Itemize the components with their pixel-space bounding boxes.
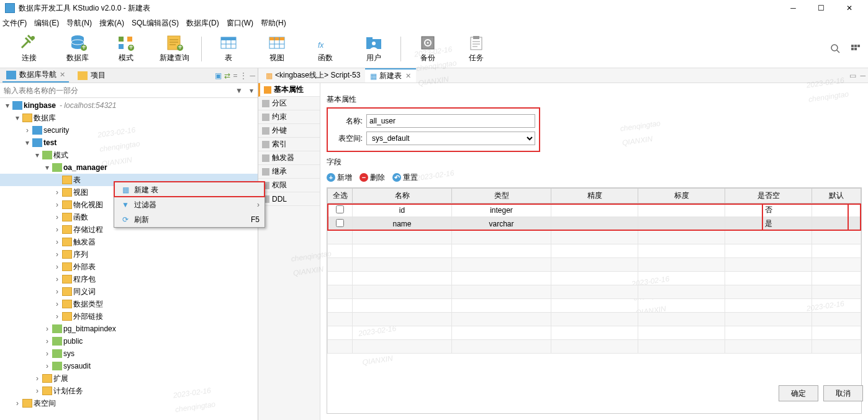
folder-icon xyxy=(62,287,72,296)
nav-min-icon[interactable]: ─ xyxy=(250,71,255,80)
folder-icon xyxy=(62,250,72,259)
menu-window[interactable]: 窗口(W) xyxy=(227,18,253,29)
minimize-button[interactable]: ─ xyxy=(779,0,807,16)
tool-user[interactable]: 用户 xyxy=(350,32,398,66)
folder-icon xyxy=(62,213,72,221)
svg-point-32 xyxy=(427,42,429,44)
table-grid-icon xyxy=(219,34,238,51)
proptab-ddl[interactable]: DDL xyxy=(258,192,320,206)
tool-view[interactable]: 视图 xyxy=(253,32,301,66)
col-default[interactable]: 默认 xyxy=(812,189,861,203)
info-icon xyxy=(264,86,271,94)
row-checkbox[interactable] xyxy=(336,205,344,213)
col-precision[interactable]: 精度 xyxy=(551,189,638,203)
tool-task[interactable]: 任务 xyxy=(452,32,500,66)
tool-connect[interactable]: 连接 xyxy=(5,32,53,66)
schema-icon xyxy=(52,324,62,333)
col-select[interactable]: 全选 xyxy=(328,189,353,203)
menu-edit[interactable]: 编辑(E) xyxy=(34,18,59,29)
table-row[interactable]: idinteger否 xyxy=(328,203,861,217)
delete-field-button[interactable]: −删除 xyxy=(359,172,385,183)
nav-equals-icon[interactable]: = xyxy=(233,71,237,80)
svg-text:+: + xyxy=(178,43,182,51)
maximize-button[interactable]: ☐ xyxy=(807,0,835,16)
svg-text:+: + xyxy=(129,43,133,51)
folder-icon xyxy=(22,114,32,122)
proptab-index[interactable]: 索引 xyxy=(258,138,320,151)
schema-icon xyxy=(52,337,62,346)
row-checkbox[interactable] xyxy=(336,219,344,227)
ok-button[interactable]: 确定 xyxy=(779,385,818,401)
add-field-button[interactable]: +新增 xyxy=(327,172,352,183)
section-basic-label: 基本属性 xyxy=(327,94,862,105)
tool-database[interactable]: + 数据库 xyxy=(53,32,102,66)
tablespace-select[interactable]: sys_default xyxy=(366,132,535,145)
col-type[interactable]: 类型 xyxy=(452,189,551,203)
proptab-partition[interactable]: 分区 xyxy=(258,97,320,110)
tab-project[interactable]: 项目 xyxy=(74,69,109,82)
user-folder-icon xyxy=(364,34,384,51)
nav-link-icon[interactable]: ▣ xyxy=(215,71,222,80)
close-tab-icon[interactable]: ✕ xyxy=(405,72,411,80)
fields-grid[interactable]: 全选 名称 类型 精度 标度 是否空 默认 idinteger否 xyxy=(327,187,862,414)
db-icon xyxy=(32,126,42,135)
proptab-constraint[interactable]: 约束 xyxy=(258,110,320,124)
database-tree[interactable]: ▾kingbase- localhost:54321 ▾数据库 ›securit… xyxy=(0,98,258,420)
tool-new-query[interactable]: + 新建查询 xyxy=(150,32,199,66)
col-name[interactable]: 名称 xyxy=(353,189,452,203)
editor-min-icon[interactable]: ─ xyxy=(860,71,866,80)
cm-filter[interactable]: ▼ 过滤器 › xyxy=(114,197,264,212)
tab-db-navigator[interactable]: 数据库导航 ✕ xyxy=(2,68,69,83)
folder-icon xyxy=(42,374,52,383)
menu-navigate[interactable]: 导航(N) xyxy=(66,18,92,29)
filter-dropdown-icon[interactable]: ▾ xyxy=(245,86,258,95)
proptab-permission[interactable]: 权限 xyxy=(258,179,320,192)
svg-rect-44 xyxy=(854,48,857,50)
proptab-foreignkey[interactable]: 外键 xyxy=(258,124,320,138)
editor-max-icon[interactable]: ▭ xyxy=(849,71,856,80)
tree-filter-input[interactable] xyxy=(0,85,233,96)
info-icon xyxy=(262,168,269,176)
reset-field-button[interactable]: ↶重置 xyxy=(392,172,418,183)
editor-tab-newtable[interactable]: ▦ 新建表 ✕ xyxy=(365,68,416,83)
col-scale[interactable]: 标度 xyxy=(638,189,725,203)
tool-function[interactable]: fx 函数 xyxy=(301,32,350,66)
title-bar: 数据库开发工具 KStudio v2.0.0 - 新建表 ─ ☐ ✕ xyxy=(0,0,868,16)
proptab-inherit[interactable]: 继承 xyxy=(258,165,320,179)
info-icon xyxy=(262,127,269,135)
menu-database[interactable]: 数据库(D) xyxy=(186,18,219,29)
database-stack-icon: + xyxy=(68,34,88,51)
tool-table[interactable]: 表 xyxy=(204,32,253,66)
close-button[interactable]: ✕ xyxy=(835,0,863,16)
menu-sqleditor[interactable]: SQL编辑器(S) xyxy=(132,18,179,29)
svg-rect-34 xyxy=(473,36,479,39)
svg-point-29 xyxy=(372,42,376,45)
editor-tab-script[interactable]: ▦ <kingbase线上> Script-53 xyxy=(261,69,365,82)
cm-new-table[interactable]: ▦ 新建 表 xyxy=(114,182,264,197)
close-tab-icon[interactable]: ✕ xyxy=(60,71,65,79)
db-icon xyxy=(32,138,42,147)
table-name-input[interactable] xyxy=(366,114,535,128)
menu-file[interactable]: 文件(F) xyxy=(2,18,27,29)
svg-rect-7 xyxy=(119,44,124,49)
nav-menu-icon[interactable]: ⋮ xyxy=(240,71,247,80)
menu-search[interactable]: 搜索(A) xyxy=(99,18,124,29)
table-row[interactable]: namevarchar是 xyxy=(328,217,861,231)
filter-funnel-icon[interactable]: ▼ xyxy=(233,86,245,95)
menu-help[interactable]: 帮助(H) xyxy=(261,18,286,29)
view-grid-icon xyxy=(267,34,287,51)
cancel-button[interactable]: 取消 xyxy=(823,385,863,401)
nav-sync-icon[interactable]: ⇄ xyxy=(224,71,230,80)
tool-schema[interactable]: + 模式 xyxy=(102,32,150,66)
search-button[interactable] xyxy=(828,42,843,56)
col-nullable[interactable]: 是否空 xyxy=(725,189,812,203)
backup-safe-icon xyxy=(418,34,438,51)
tool-backup[interactable]: 备份 xyxy=(404,32,452,66)
folder-icon xyxy=(62,312,72,321)
schema-blocks-icon: + xyxy=(116,34,136,51)
proptab-trigger[interactable]: 触发器 xyxy=(258,151,320,165)
schema-icon xyxy=(52,362,62,370)
proptab-basic[interactable]: 基本属性 xyxy=(258,83,320,97)
perspective-button[interactable] xyxy=(848,42,863,56)
cm-refresh[interactable]: ⟳ 刷新 F5 xyxy=(114,212,264,227)
